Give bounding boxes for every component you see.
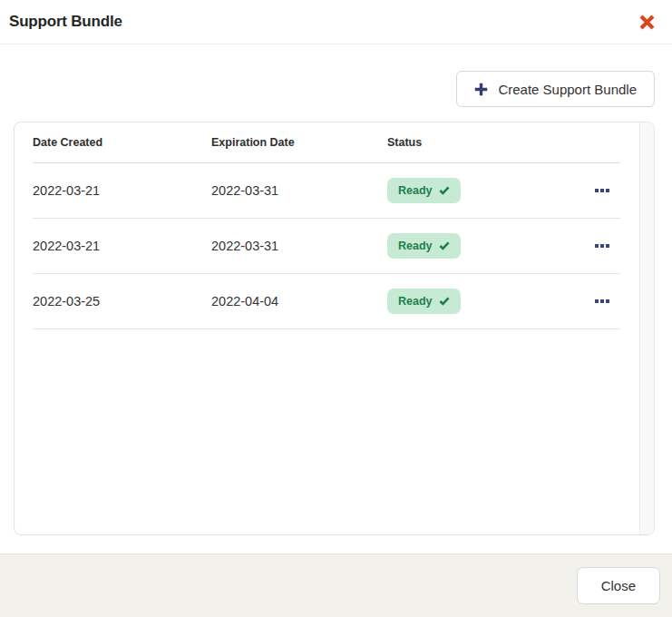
row-menu-cell: [584, 185, 620, 196]
cell-expiration-date: 2022-03-31: [211, 239, 387, 253]
table-content: Date Created Expiration Date Status 2022…: [15, 122, 638, 329]
cell-date-created: 2022-03-21: [33, 239, 211, 253]
column-header-status: Status: [387, 136, 584, 149]
check-icon: [439, 297, 450, 306]
modal-body: Create Support Bundle Date Created Expir…: [0, 44, 672, 553]
close-modal-button[interactable]: [635, 10, 658, 34]
column-header-date-created: Date Created: [33, 136, 211, 149]
ellipsis-icon: [595, 189, 599, 192]
row-menu-cell: [584, 296, 620, 307]
row-menu-button[interactable]: [591, 240, 613, 251]
row-menu-cell: [584, 240, 620, 251]
table-header-row: Date Created Expiration Date Status: [33, 122, 620, 163]
ellipsis-icon: [595, 244, 599, 248]
row-menu-button[interactable]: [591, 185, 613, 196]
create-support-bundle-button[interactable]: Create Support Bundle: [456, 71, 655, 107]
check-icon: [439, 241, 450, 250]
cell-date-created: 2022-03-21: [33, 183, 211, 198]
plus-icon: [474, 83, 488, 96]
table-row: 2022-03-25 2022-04-04 Ready: [33, 274, 620, 329]
row-menu-button[interactable]: [591, 296, 613, 307]
cell-expiration-date: 2022-04-04: [211, 294, 387, 308]
table-scrollbar-track[interactable]: [639, 122, 654, 534]
page-title: Support Bundle: [9, 13, 122, 31]
modal-footer: Close: [0, 553, 672, 617]
status-badge: Ready: [387, 178, 461, 203]
x-icon: [638, 14, 656, 31]
support-bundle-table: Date Created Expiration Date Status 2022…: [14, 122, 655, 535]
status-badge: Ready: [387, 289, 461, 314]
ellipsis-icon: [595, 299, 599, 303]
status-badge: Ready: [387, 233, 461, 259]
column-header-expiration-date: Expiration Date: [211, 136, 387, 149]
status-badge-label: Ready: [398, 184, 433, 197]
status-badge-label: Ready: [398, 295, 433, 308]
table-row: 2022-03-21 2022-03-31 Ready: [33, 219, 620, 274]
status-badge-label: Ready: [398, 240, 433, 252]
toolbar: Create Support Bundle: [0, 71, 672, 107]
cell-date-created: 2022-03-25: [33, 294, 211, 308]
close-button[interactable]: Close: [577, 567, 660, 604]
check-icon: [439, 186, 450, 195]
table-row: 2022-03-21 2022-03-31 Ready: [33, 163, 620, 219]
modal-header: Support Bundle: [0, 0, 672, 44]
create-support-bundle-label: Create Support Bundle: [498, 82, 637, 97]
cell-expiration-date: 2022-03-31: [211, 183, 387, 198]
